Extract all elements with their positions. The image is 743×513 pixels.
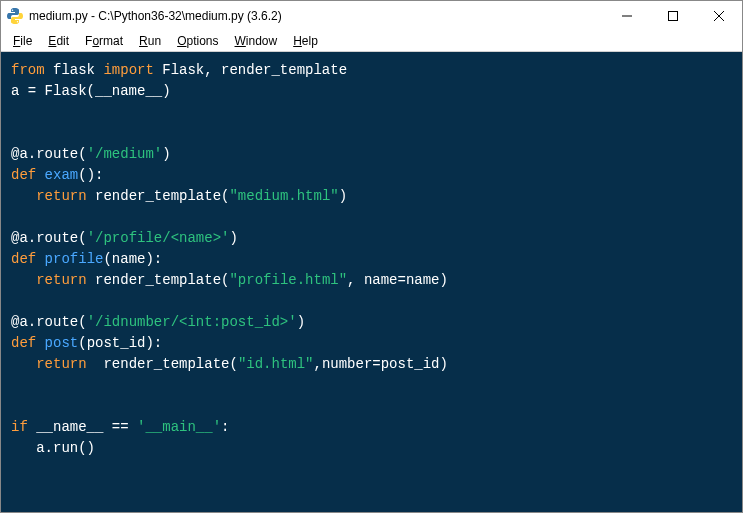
window-title: medium.py - C:\Python36-32\medium.py (3.… bbox=[29, 9, 604, 23]
code-line: a.run() bbox=[11, 438, 732, 459]
minimize-button[interactable] bbox=[604, 1, 650, 31]
python-idle-icon bbox=[7, 8, 23, 24]
code-line bbox=[11, 207, 732, 228]
code-line bbox=[11, 375, 732, 396]
code-line: from flask import Flask, render_template bbox=[11, 60, 732, 81]
code-line: a = Flask(__name__) bbox=[11, 81, 732, 102]
menu-format[interactable]: Format bbox=[77, 32, 131, 50]
close-button[interactable] bbox=[696, 1, 742, 31]
code-line bbox=[11, 291, 732, 312]
code-line: def post(post_id): bbox=[11, 333, 732, 354]
code-line: return render_template("medium.html") bbox=[11, 186, 732, 207]
code-line: return render_template("id.html",number=… bbox=[11, 354, 732, 375]
menu-file[interactable]: File bbox=[5, 32, 40, 50]
code-line: @a.route('/medium') bbox=[11, 144, 732, 165]
menu-run[interactable]: Run bbox=[131, 32, 169, 50]
code-line: def exam(): bbox=[11, 165, 732, 186]
menu-options[interactable]: Options bbox=[169, 32, 226, 50]
code-editor[interactable]: from flask import Flask, render_template… bbox=[1, 52, 742, 512]
menu-bar: File Edit Format Run Options Window Help bbox=[1, 31, 742, 52]
menu-window[interactable]: Window bbox=[227, 32, 286, 50]
window-titlebar: medium.py - C:\Python36-32\medium.py (3.… bbox=[1, 1, 742, 31]
code-line bbox=[11, 396, 732, 417]
code-line: def profile(name): bbox=[11, 249, 732, 270]
code-line: @a.route('/idnumber/<int:post_id>') bbox=[11, 312, 732, 333]
menu-edit[interactable]: Edit bbox=[40, 32, 77, 50]
maximize-button[interactable] bbox=[650, 1, 696, 31]
code-line: return render_template("profile.html", n… bbox=[11, 270, 732, 291]
svg-rect-1 bbox=[669, 12, 678, 21]
code-line bbox=[11, 102, 732, 123]
code-line bbox=[11, 123, 732, 144]
code-line: if __name__ == '__main__': bbox=[11, 417, 732, 438]
code-line: @a.route('/profile/<name>') bbox=[11, 228, 732, 249]
menu-help[interactable]: Help bbox=[285, 32, 326, 50]
window-controls bbox=[604, 1, 742, 31]
